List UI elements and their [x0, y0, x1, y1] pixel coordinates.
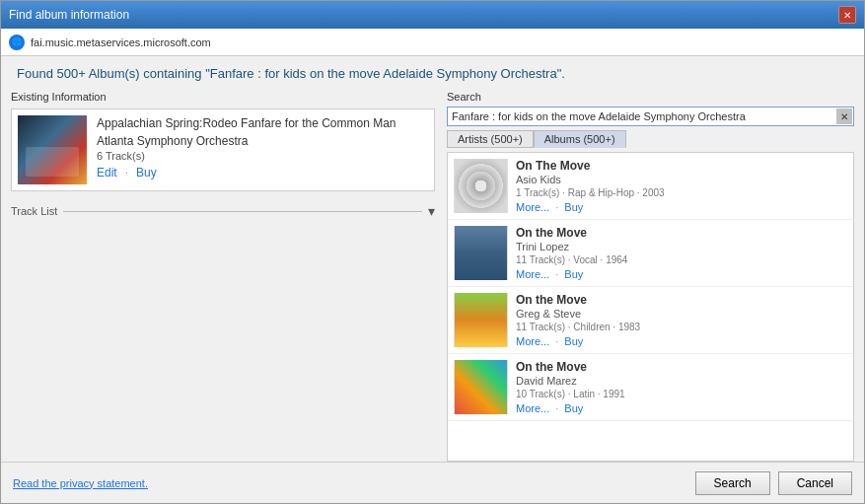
search-input-row: ✕ — [447, 107, 854, 126]
found-text: Found 500+ Album(s) containing "Fanfare … — [1, 56, 864, 91]
site-icon: 🌐 — [9, 35, 25, 50]
buy-link[interactable]: Buy — [564, 268, 583, 280]
url-text: fai.music.metaservices.microsoft.com — [31, 36, 211, 48]
search-label: Search — [447, 91, 854, 103]
close-button[interactable]: ✕ — [838, 6, 856, 24]
result-artist: David Marez — [516, 375, 847, 387]
album-thumbnail — [18, 115, 87, 184]
more-link[interactable]: More... — [516, 268, 549, 280]
list-item[interactable]: On The Move Asio Kids 1 Track(s) · Rap &… — [448, 153, 853, 220]
tracklist-bar[interactable]: Track List ▾ — [11, 203, 435, 219]
results-list[interactable]: On The Move Asio Kids 1 Track(s) · Rap &… — [447, 152, 854, 462]
result-title: On the Move — [516, 226, 847, 240]
tab-albums[interactable]: Albums (500+) — [534, 130, 626, 148]
bottom-buttons: Search Cancel — [695, 471, 852, 495]
album-thumb-image — [18, 115, 87, 184]
list-item[interactable]: On the Move Greg & Steve 11 Track(s) · C… — [448, 287, 853, 354]
list-item[interactable]: On the Move Trini Lopez 11 Track(s) · Vo… — [448, 220, 853, 287]
result-info: On the Move Greg & Steve 11 Track(s) · C… — [516, 293, 847, 347]
album-tracks: 6 Track(s) — [97, 150, 428, 162]
search-button[interactable]: Search — [695, 471, 770, 495]
result-artist: Greg & Steve — [516, 308, 847, 320]
result-info: On The Move Asio Kids 1 Track(s) · Rap &… — [516, 159, 847, 213]
album-card: Appalachian Spring:Rodeo Fanfare for the… — [11, 108, 435, 191]
album-info: Appalachian Spring:Rodeo Fanfare for the… — [97, 115, 428, 180]
right-panel: Search ✕ Artists (500+) Albums (500+) On… — [447, 91, 854, 462]
tracklist-label: Track List — [11, 205, 57, 217]
tab-artists[interactable]: Artists (500+) — [447, 130, 534, 148]
result-info: On the Move Trini Lopez 11 Track(s) · Vo… — [516, 226, 847, 280]
result-meta: 11 Track(s) · Children · 1983 — [516, 322, 847, 332]
result-actions: More... · Buy — [516, 335, 847, 347]
buy-link[interactable]: Buy — [564, 402, 583, 414]
result-meta: 11 Track(s) · Vocal · 1964 — [516, 254, 847, 265]
buy-link[interactable]: Buy — [136, 166, 157, 180]
buy-link[interactable]: Buy — [564, 335, 583, 347]
search-input[interactable] — [448, 108, 835, 125]
result-info: On the Move David Marez 10 Track(s) · La… — [516, 360, 847, 414]
result-thumb — [454, 226, 508, 280]
result-artist: Asio Kids — [516, 174, 847, 185]
more-link[interactable]: More... — [516, 335, 549, 347]
existing-info-label: Existing Information — [11, 91, 435, 103]
action-sep: · — [125, 166, 128, 180]
buy-link[interactable]: Buy — [564, 201, 583, 213]
result-actions: More... · Buy — [516, 201, 847, 213]
more-link[interactable]: More... — [516, 402, 549, 414]
url-bar: 🌐 fai.music.metaservices.microsoft.com — [1, 29, 864, 56]
album-title: Appalachian Spring:Rodeo Fanfare for the… — [97, 115, 428, 132]
tabs-row: Artists (500+) Albums (500+) — [447, 130, 854, 148]
privacy-link[interactable]: Read the privacy statement. — [13, 477, 148, 489]
edit-link[interactable]: Edit — [97, 166, 117, 180]
result-meta: 1 Track(s) · Rap & Hip-Hop · 2003 — [516, 187, 847, 198]
result-actions: More... · Buy — [516, 402, 847, 414]
dialog-window: Find album information ✕ 🌐 fai.music.met… — [0, 0, 865, 504]
result-title: On the Move — [516, 360, 847, 374]
tracklist-line — [63, 211, 422, 212]
result-thumb — [454, 360, 508, 414]
result-thumb — [454, 293, 508, 347]
title-bar-text: Find album information — [9, 8, 129, 22]
bottom-bar: Read the privacy statement. Search Cance… — [1, 462, 864, 503]
album-artist: Atlanta Symphony Orchestra — [97, 134, 428, 148]
list-item[interactable]: On the Move David Marez 10 Track(s) · La… — [448, 354, 853, 421]
result-actions: More... · Buy — [516, 268, 847, 280]
more-link[interactable]: More... — [516, 201, 549, 213]
album-actions: Edit · Buy — [97, 166, 428, 180]
main-content: Existing Information Appalachian Spring:… — [1, 91, 864, 462]
cancel-button[interactable]: Cancel — [778, 471, 852, 495]
result-meta: 10 Track(s) · Latin · 1991 — [516, 389, 847, 399]
result-thumb — [454, 159, 508, 213]
left-panel: Existing Information Appalachian Spring:… — [11, 91, 435, 462]
result-artist: Trini Lopez — [516, 241, 847, 252]
search-clear-button[interactable]: ✕ — [836, 108, 852, 124]
result-title: On The Move — [516, 159, 847, 173]
tracklist-chevron-icon: ▾ — [428, 203, 435, 219]
title-bar: Find album information ✕ — [1, 1, 864, 29]
result-title: On the Move — [516, 293, 847, 307]
